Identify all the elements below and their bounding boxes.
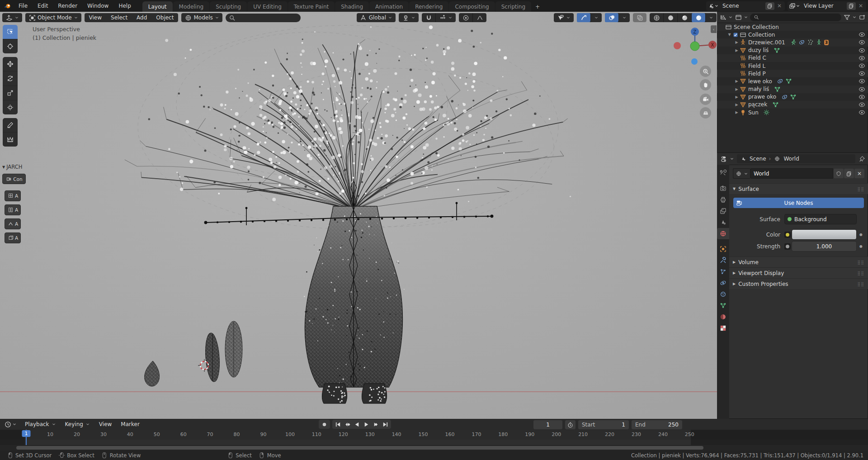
pin-icon[interactable] (858, 155, 865, 162)
new-scene-button[interactable] (765, 2, 774, 10)
world-name-field[interactable]: World (750, 168, 833, 179)
viewport-search-input[interactable] (226, 14, 301, 22)
tool-measure[interactable] (3, 133, 18, 147)
zoom-view-button[interactable] (700, 66, 711, 77)
animate-dot[interactable]: ● (858, 244, 864, 248)
panel-drag-dots[interactable]: ⣿⣿ (858, 271, 864, 275)
timeline-menu-marker[interactable]: Marker (116, 420, 144, 429)
tab-shading[interactable]: Shading (335, 1, 369, 12)
disclosure-triangle-icon[interactable]: ▶ (734, 87, 739, 91)
hide-in-viewport-eye-icon[interactable] (858, 39, 865, 46)
pivot-dropdown[interactable] (399, 13, 419, 22)
disclosure-triangle-icon[interactable]: ▶ (734, 103, 739, 107)
pivot-button[interactable] (399, 13, 419, 22)
visibility-dropdown[interactable] (554, 13, 574, 22)
overlays-dropdown[interactable] (618, 13, 630, 22)
tab-layout[interactable]: Layout (142, 1, 173, 12)
collection-checkbox[interactable] (732, 31, 739, 38)
timeline-track[interactable] (0, 440, 868, 445)
viewport-menu-select[interactable]: Select (106, 13, 132, 22)
properties-tab-constraints[interactable] (717, 266, 729, 277)
properties-tab-view-layer[interactable] (717, 205, 729, 217)
copy-datablock-icon[interactable] (844, 169, 854, 178)
orientation-button[interactable]: Global (357, 13, 396, 22)
scrollbar-thumb[interactable] (16, 446, 703, 450)
color-swatch[interactable] (792, 229, 857, 240)
menu-file[interactable]: File (14, 0, 33, 12)
remove-view-layer-button[interactable]: ✕ (856, 2, 865, 10)
world-browse-button[interactable] (733, 168, 750, 179)
hide-in-viewport-eye-icon[interactable] (858, 101, 865, 108)
add-workspace-button[interactable]: + (532, 1, 543, 12)
asset-dropdown[interactable]: Models (181, 13, 222, 22)
properties-tab-scene[interactable] (717, 217, 729, 228)
hide-in-viewport-eye-icon[interactable] (858, 47, 865, 54)
jarch-grid-button-4[interactable]: A (5, 232, 21, 243)
new-view-layer-button[interactable] (847, 2, 856, 10)
jump-first-button[interactable] (333, 420, 343, 428)
snap-toggle[interactable] (422, 13, 435, 22)
snap-to-dropdown[interactable] (435, 13, 456, 22)
tab-scripting[interactable]: Scripting (495, 1, 531, 12)
menu-edit[interactable]: Edit (33, 0, 53, 12)
scene-selector[interactable]: Scene ✕ (706, 1, 785, 11)
outliner-row[interactable]: Field L (717, 62, 868, 70)
sidebar-collapse-arrow[interactable]: ‹ (711, 25, 717, 33)
fake-user-shield-icon[interactable] (834, 169, 844, 178)
proportional-falloff-dropdown[interactable] (472, 13, 486, 22)
tool-annotate[interactable] (3, 118, 18, 133)
outliner-row[interactable]: ▼Collection (717, 31, 868, 38)
playhead-badge[interactable]: 1 (22, 430, 31, 437)
tool-cursor[interactable] (3, 39, 18, 53)
camera-view-button[interactable] (700, 94, 711, 105)
disclosure-triangle-icon[interactable]: ▶ (734, 48, 739, 52)
jarch-grid-button-3[interactable]: A (5, 218, 21, 229)
properties-tab-tool[interactable] (717, 167, 729, 179)
properties-tab-world[interactable] (717, 228, 729, 239)
chevron-down-icon[interactable] (852, 15, 857, 19)
hide-in-viewport-eye-icon[interactable] (858, 78, 865, 85)
jarch-con-button[interactable]: Con (2, 174, 26, 184)
menu-render[interactable]: Render (53, 0, 82, 12)
filter-icon[interactable] (843, 14, 850, 21)
chevron-down-icon[interactable] (12, 422, 17, 427)
menu-help[interactable]: Help (113, 0, 136, 12)
outliner-row[interactable]: ▶Drzewiec.0013 (717, 38, 868, 46)
jump-last-button[interactable] (381, 420, 390, 428)
models-dropdown[interactable]: Models (181, 13, 222, 22)
properties-tab-modifiers[interactable] (717, 255, 729, 266)
use-preview-range-button[interactable] (565, 420, 576, 430)
display-mode-icon[interactable] (735, 14, 742, 21)
auto-keying-button[interactable] (320, 420, 329, 428)
viewport-3d[interactable]: Object ModeViewSelectAddObjectModelsGlob… (0, 12, 717, 419)
outliner-search-input[interactable] (750, 14, 841, 21)
overlays-toggle[interactable] (605, 13, 618, 22)
mode-dropdown[interactable]: Object Mode (25, 13, 81, 22)
shading-wireframe[interactable] (650, 13, 663, 22)
properties-tab-material[interactable] (717, 311, 729, 322)
outliner-row[interactable]: Field C (717, 54, 868, 62)
timeline-ruler[interactable]: 1020304050607080901001101201301401501601… (0, 430, 868, 440)
tool-scale[interactable] (3, 86, 18, 100)
panel-drag-dots[interactable]: ⣿⣿ (858, 187, 864, 191)
tab-animation[interactable]: Animation (369, 1, 409, 12)
panel-header-volume[interactable]: ▶Volume⣿⣿ (729, 256, 868, 267)
tab-uv-editing[interactable]: UV Editing (247, 1, 288, 12)
disclosure-triangle-icon[interactable]: ▶ (734, 95, 739, 99)
properties-tab-physics[interactable] (717, 277, 729, 289)
panel-header-custom-properties[interactable]: ▶Custom Properties⣿⣿ (729, 278, 868, 289)
panel-header-viewport-display[interactable]: ▶Viewport Display⣿⣿ (729, 267, 868, 278)
view-layer-selector[interactable]: View Layer ✕ (788, 1, 866, 11)
outliner-editor-icon[interactable] (719, 14, 726, 21)
surface-type-dropdown[interactable]: Background (784, 214, 857, 224)
timeline-menu-playback[interactable]: Playback (20, 420, 61, 429)
shading-dropdown[interactable] (705, 13, 717, 22)
tab-rendering[interactable]: Rendering (409, 1, 448, 12)
use-nodes-button[interactable]: Use Nodes (733, 198, 864, 208)
hide-in-viewport-eye-icon[interactable] (858, 93, 865, 100)
outliner-row[interactable]: Scene Collection (717, 23, 868, 31)
outliner-row[interactable]: ▶prawe oko (717, 93, 868, 101)
tool-select-box[interactable] (3, 25, 18, 39)
hide-in-viewport-eye-icon[interactable] (858, 109, 865, 116)
chevron-down-icon[interactable] (744, 15, 748, 19)
